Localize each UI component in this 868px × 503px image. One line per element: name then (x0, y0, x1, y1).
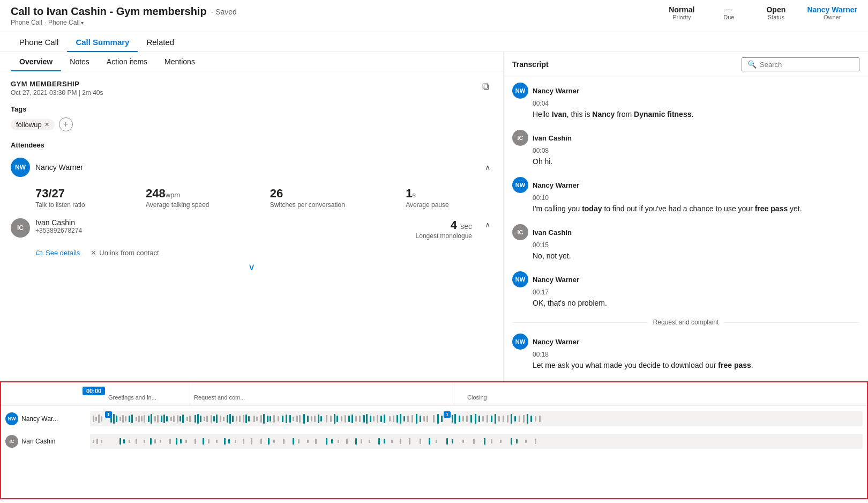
nancy-waveform[interactable]: 1 1 (90, 411, 863, 426)
svg-rect-101 (459, 416, 460, 422)
msg-text-1: Hello Ivan, this is Nancy from Dynamic f… (533, 109, 859, 120)
message-sender-1: NW Nancy Warner (512, 83, 859, 99)
sub-tab-mentions[interactable]: Mentions (156, 52, 204, 71)
expand-button[interactable]: ∨ (11, 257, 492, 277)
sub-tab-action-items[interactable]: Action items (98, 52, 156, 71)
stat-pause-unit: s (412, 191, 416, 199)
transcript-search-input[interactable] (760, 61, 854, 69)
svg-rect-11 (131, 415, 133, 423)
svg-rect-154 (326, 438, 327, 445)
svg-rect-46 (245, 415, 247, 423)
svg-rect-103 (466, 416, 468, 422)
svg-rect-61 (299, 415, 301, 423)
app-header: Call to Ivan Cashin - Gym membership - S… (0, 0, 868, 32)
overview-content: GYM MEMBERSHIP Oct 27, 2021 03:30 PM | 2… (0, 71, 503, 381)
svg-rect-122 (93, 440, 94, 443)
track-avatar-nw: NW (5, 412, 18, 425)
timeline-tracks: NW Nancy War... 1 1 (1, 406, 867, 498)
tag-remove-icon[interactable]: ✕ (44, 121, 49, 128)
svg-rect-171 (462, 440, 464, 443)
msg-avatar-nw-1: NW (512, 83, 528, 99)
svg-rect-10 (129, 416, 130, 422)
stat-switches: 26 Switches per conversation (270, 187, 388, 209)
svg-rect-169 (446, 438, 448, 445)
svg-rect-82 (377, 415, 378, 423)
svg-rect-0 (93, 416, 94, 422)
copy-button[interactable]: ⧉ (479, 80, 492, 93)
stat-pause-value: 1s (406, 187, 492, 201)
sub-tab-notes[interactable]: Notes (61, 52, 98, 71)
tab-phone-call[interactable]: Phone Call (11, 32, 67, 52)
owner-meta[interactable]: Nancy Warner Owner (807, 5, 857, 20)
due-value: --- (725, 5, 732, 14)
svg-rect-173 (484, 438, 485, 445)
owner-value[interactable]: Nancy Warner (807, 5, 857, 14)
svg-rect-3 (101, 416, 102, 421)
svg-rect-178 (525, 440, 527, 443)
svg-rect-104 (470, 415, 472, 423)
svg-rect-83 (380, 416, 382, 422)
svg-rect-95 (426, 416, 428, 422)
svg-rect-139 (208, 439, 209, 443)
svg-rect-177 (516, 439, 518, 443)
section-divider-request: Request and complaint (512, 319, 859, 326)
breadcrumb-dropdown[interactable]: Phone Call ▾ (48, 19, 84, 26)
svg-rect-63 (307, 416, 309, 422)
ivan-collapse-button[interactable]: ∧ (483, 218, 492, 231)
segment-label-request: Request and com... (194, 394, 245, 401)
svg-rect-81 (373, 416, 375, 421)
svg-rect-148 (273, 440, 275, 443)
svg-rect-149 (283, 439, 285, 444)
svg-rect-75 (351, 415, 353, 423)
due-label: Due (723, 14, 734, 20)
svg-rect-127 (129, 440, 130, 443)
sub-tab-nav: Overview Notes Action items Mentions (0, 52, 503, 71)
breadcrumb-item-1[interactable]: Phone Call (11, 19, 42, 26)
msg-sender-name-4: Ivan Cashin (533, 228, 572, 236)
svg-rect-124 (101, 440, 102, 443)
svg-rect-157 (346, 439, 348, 444)
nancy-flag-1: 1 (105, 411, 112, 418)
tab-related[interactable]: Related (138, 32, 183, 52)
svg-rect-52 (267, 416, 268, 422)
svg-rect-72 (341, 416, 342, 421)
svg-rect-137 (194, 439, 196, 444)
timeline-timestamp-badge: 00:00 (83, 387, 105, 395)
svg-rect-160 (369, 440, 370, 443)
tag-add-button[interactable]: + (59, 117, 73, 131)
tags-row: followup ✕ + (11, 117, 492, 131)
svg-rect-98 (441, 416, 443, 422)
svg-rect-141 (224, 438, 226, 445)
msg-text-5: OK, that's no problem. (533, 298, 859, 309)
msg-time-6: 00:18 (533, 351, 859, 358)
message-sender-4: IC Ivan Cashin (512, 224, 859, 240)
svg-rect-16 (148, 416, 149, 422)
sub-tab-overview[interactable]: Overview (11, 52, 61, 71)
svg-rect-93 (420, 416, 421, 422)
see-details-button[interactable]: 🗂 See details (35, 248, 80, 257)
due-meta: --- Due (713, 5, 745, 20)
svg-rect-112 (503, 416, 504, 422)
ivan-waveform[interactable] (90, 434, 863, 449)
header-title: Call to Ivan Cashin - Gym membership - S… (11, 5, 237, 18)
svg-rect-109 (491, 416, 492, 422)
timeline-container: 00:00 Greetings and in... Request and co… (0, 381, 868, 499)
nancy-collapse-button[interactable]: ∧ (483, 161, 492, 174)
unlink-contact-button[interactable]: ✕ Unlink from contact (91, 248, 159, 257)
stat-talk-listen: 73/27 Talk to listen ratio (35, 187, 129, 209)
ivan-name: Ivan Cashin (35, 218, 82, 227)
svg-rect-116 (519, 416, 520, 422)
msg-avatar-nw-2: NW (512, 177, 528, 193)
message-sender-6: NW Nancy Warner (512, 334, 859, 350)
right-panel: Transcript 🔍 NW Nancy Warner 00:04 Hello… (504, 52, 868, 381)
tab-call-summary[interactable]: Call Summary (67, 32, 138, 52)
svg-rect-13 (138, 416, 140, 422)
svg-rect-42 (232, 416, 234, 422)
tags-label: Tags (11, 105, 492, 113)
svg-rect-44 (239, 416, 241, 422)
svg-rect-22 (166, 416, 168, 421)
priority-label: Priority (672, 14, 691, 20)
track-avatar-ic: IC (5, 435, 18, 448)
svg-rect-120 (535, 416, 536, 421)
svg-rect-94 (423, 416, 425, 421)
